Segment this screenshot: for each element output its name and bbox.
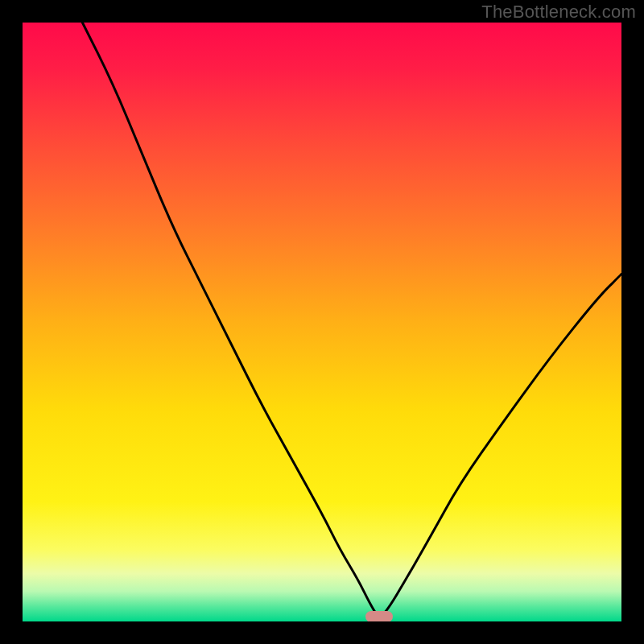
bottleneck-curve [23,23,621,621]
chart-frame: TheBottleneck.com [0,0,644,644]
optimal-marker [365,611,393,621]
watermark-text: TheBottleneck.com [481,2,636,23]
plot-area [23,23,621,621]
